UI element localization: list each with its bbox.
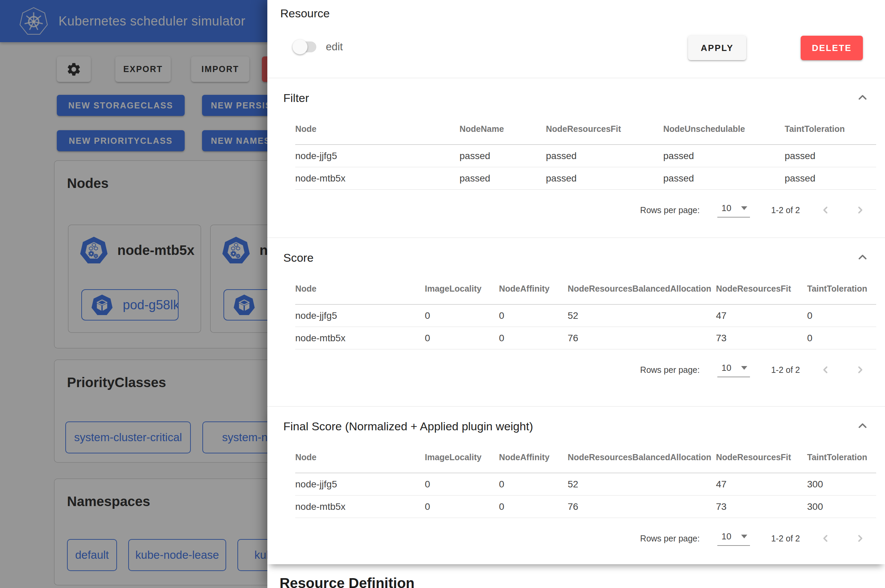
next-page-button[interactable]	[852, 362, 868, 378]
score-panel-header[interactable]: Score	[267, 238, 885, 265]
edit-toggle[interactable]	[293, 39, 319, 54]
final-score-table-footer: Rows per page: 10 1-2 of 2	[267, 523, 885, 554]
filter-panel: Filter Node NodeName NodeResourcesFit No…	[267, 78, 885, 238]
delete-button[interactable]: DELETE	[801, 36, 863, 60]
edit-toggle-label: edit	[326, 41, 343, 53]
collapse-button[interactable]	[855, 419, 870, 434]
chevron-right-icon	[854, 205, 865, 216]
final-score-table: Node ImageLocality NodeAffinity NodeReso…	[295, 442, 876, 518]
filter-table-footer: Rows per page: 10 1-2 of 2	[267, 194, 885, 226]
resource-drawer: Resource edit APPLY DELETE Filter Node N…	[267, 0, 885, 588]
chevron-left-icon	[820, 205, 831, 216]
chevron-right-icon	[854, 364, 865, 375]
next-page-button[interactable]	[852, 530, 868, 546]
chevron-left-icon	[820, 364, 831, 375]
previous-page-button[interactable]	[817, 530, 834, 546]
drawer-title: Resource	[280, 7, 330, 20]
chevron-left-icon	[820, 533, 831, 544]
scrim[interactable]	[0, 0, 267, 588]
final-score-panel-header[interactable]: Final Score (Normalized + Applied plugin…	[267, 406, 885, 434]
dropdown-arrow-icon	[741, 535, 747, 538]
filter-table: Node NodeName NodeResourcesFit NodeUnsch…	[295, 114, 876, 190]
toggle-thumb	[293, 39, 308, 54]
chevron-up-icon	[856, 420, 869, 433]
rows-per-page-select[interactable]: 10	[717, 363, 750, 377]
next-page-button[interactable]	[852, 202, 868, 218]
filter-panel-header[interactable]: Filter	[267, 78, 885, 105]
score-panel: Score Node ImageLocality NodeAffinity No…	[267, 238, 885, 406]
score-table-footer: Rows per page: 10 1-2 of 2	[267, 354, 885, 386]
score-table: Node ImageLocality NodeAffinity NodeReso…	[295, 273, 876, 350]
chevron-up-icon	[856, 251, 869, 264]
dropdown-arrow-icon	[741, 206, 747, 210]
final-score-panel: Final Score (Normalized + Applied plugin…	[267, 406, 885, 564]
score-table-header: Node ImageLocality NodeAffinity NodeReso…	[295, 273, 876, 304]
final-score-title: Final Score (Normalized + Applied plugin…	[283, 420, 533, 433]
page-range-label: 1-2 of 2	[771, 365, 800, 375]
score-title: Score	[283, 251, 314, 264]
rows-per-page-label: Rows per page:	[640, 205, 700, 215]
rows-per-page-select[interactable]: 10	[717, 203, 750, 218]
chevron-right-icon	[854, 533, 865, 544]
table-row[interactable]: node-mtb5x passed passed passed passed	[295, 167, 876, 190]
page-range-label: 1-2 of 2	[771, 534, 800, 543]
apply-button[interactable]: APPLY	[688, 36, 746, 60]
app-root: Kubernetes scheduler simulator EXPORT IM…	[0, 0, 885, 588]
resource-definition-title: Resource Definition	[267, 570, 885, 588]
collapse-button[interactable]	[855, 250, 870, 265]
previous-page-button[interactable]	[817, 362, 834, 378]
page-range-label: 1-2 of 2	[771, 205, 800, 215]
final-score-table-header: Node ImageLocality NodeAffinity NodeReso…	[295, 442, 876, 473]
drawer-header: Resource edit APPLY DELETE	[267, 0, 885, 78]
chevron-up-icon	[856, 92, 869, 104]
rows-per-page-label: Rows per page:	[640, 365, 700, 375]
filter-table-header: Node NodeName NodeResourcesFit NodeUnsch…	[295, 114, 876, 145]
previous-page-button[interactable]	[817, 202, 834, 218]
collapse-button[interactable]	[855, 90, 870, 105]
table-row[interactable]: node-jjfg5 0 0 52 47 0	[295, 304, 876, 327]
dropdown-arrow-icon	[741, 366, 747, 370]
filter-title: Filter	[283, 92, 309, 105]
table-row[interactable]: node-mtb5x 0 0 76 73 0	[295, 327, 876, 350]
table-row[interactable]: node-mtb5x 0 0 76 73 300	[295, 495, 876, 518]
table-row[interactable]: node-jjfg5 0 0 52 47 300	[295, 473, 876, 495]
table-row[interactable]: node-jjfg5 passed passed passed passed	[295, 145, 876, 167]
rows-per-page-select[interactable]: 10	[717, 531, 750, 546]
resource-definition-panel[interactable]: Resource Definition	[267, 570, 885, 588]
rows-per-page-label: Rows per page:	[640, 534, 700, 543]
